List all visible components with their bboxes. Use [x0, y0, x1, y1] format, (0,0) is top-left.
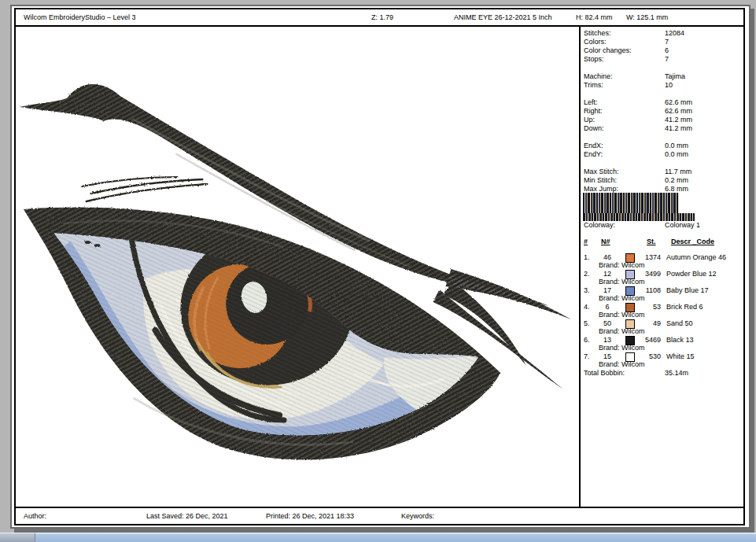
thread-row: 3. 17 1108 Baby Blue 17 Brand: Wilcom: [584, 286, 742, 303]
worksheet-titlebar: Wilcom EmbroideryStudio – Level 3 Z: 1.7…: [16, 9, 743, 27]
thread-description: Sand 50: [666, 319, 693, 327]
author-label: Author:: [24, 512, 46, 520]
stat-row: [584, 159, 742, 168]
stat-label: EndY:: [584, 150, 603, 158]
thread-stitch-count: 1108: [628, 286, 661, 294]
thread-row: 6. 13 5469 Black 13 Brand: Wilcom: [584, 336, 742, 352]
design-name: ANIME EYE 26-12-2021 5 Inch: [454, 13, 552, 21]
stat-row: Right: 62.6 mm: [584, 107, 742, 116]
stat-label: Stitches:: [584, 29, 611, 37]
thread-index: 4.: [584, 303, 590, 311]
design-barcode-row2: [583, 213, 695, 221]
thread-row: 2. 12 3499 Powder Blue 12 Brand: Wilcom: [584, 270, 742, 286]
design-group: [20, 84, 571, 459]
colorway-value: Colorway 1: [665, 221, 700, 229]
stat-row: Color changes: 6: [584, 46, 742, 55]
taskbar-strip[interactable]: [0, 533, 756, 542]
col-header-num: #: [584, 238, 588, 245]
thread-index: 2.: [584, 270, 590, 278]
stat-row: [584, 133, 742, 142]
stat-label: Color changes:: [584, 46, 632, 54]
thread-number: 12: [598, 270, 617, 278]
thread-index: 5.: [584, 319, 590, 327]
worksheet-main: Stitches: 12084 Colors: 7 Color changes:…: [16, 27, 743, 507]
thread-brand: Brand: Wilcom: [599, 294, 645, 302]
thread-number: 13: [598, 336, 617, 344]
col-header-st: St.: [647, 238, 656, 245]
stat-label: Left:: [584, 98, 598, 106]
thread-brand: Brand: Wilcom: [599, 311, 645, 319]
stat-value: 10: [665, 81, 673, 89]
stat-row: Min Stitch: 0.2 mm: [584, 176, 742, 185]
stat-value: 12084: [665, 29, 684, 37]
thread-description: Brick Red 6: [666, 303, 703, 311]
thread-row: 4. 6 53 Brick Red 6 Brand: Wilcom: [584, 303, 742, 319]
stat-label: Right:: [584, 107, 603, 115]
stat-value: 6.8 mm: [665, 185, 688, 193]
thread-number: 15: [598, 352, 617, 360]
thread-description: White 15: [666, 352, 695, 360]
stat-row: Colors: 7: [584, 38, 742, 46]
stat-row: Max Stitch: 11.7 mm: [584, 168, 742, 176]
col-header-descr: Descr _Code: [671, 238, 714, 245]
thread-brand: Brand: Wilcom: [599, 344, 645, 352]
thread-number: 6: [598, 303, 617, 311]
thread-brand: Brand: Wilcom: [599, 261, 645, 269]
stat-value: 0.2 mm: [665, 176, 688, 184]
design-width: W: 125.1 mm: [626, 13, 668, 21]
stat-row: Left: 62.6 mm: [584, 98, 742, 107]
stat-row: Up: 41.2 mm: [584, 116, 742, 124]
stat-value: 11.7 mm: [665, 168, 691, 175]
total-bobbin-value: 35.14m: [665, 369, 688, 377]
screen: { "titlebar": { "app": "Wilcom Embroider…: [0, 0, 756, 542]
col-header-n: N#: [601, 238, 610, 245]
stat-row: [584, 64, 742, 72]
thread-stitch-count: 3499: [628, 270, 661, 278]
taskbar-left-segment[interactable]: [0, 533, 35, 542]
stat-row: Stitches: 12084: [584, 29, 742, 38]
thread-number: 46: [598, 253, 617, 261]
thread-row: 5. 50 49 Sand 50 Brand: Wilcom: [584, 319, 742, 336]
thread-description: Baby Blue 17: [666, 286, 709, 294]
stat-value: Tajima: [665, 72, 685, 80]
stats-list: Stitches: 12084 Colors: 7 Color changes:…: [584, 29, 742, 194]
thread-table-header: # N# St. Descr _Code: [584, 238, 742, 249]
stat-value: 62.6 mm: [665, 98, 692, 106]
worksheet-frame: Wilcom EmbroideryStudio – Level 3 Z: 1.7…: [14, 8, 745, 525]
stat-value: 0.0 mm: [665, 142, 688, 149]
thread-description: Black 13: [666, 336, 694, 344]
stat-row: EndX: 0.0 mm: [584, 142, 742, 150]
stat-value: 41.2 mm: [665, 116, 692, 124]
design-info-panel: Stitches: 12084 Colors: 7 Color changes:…: [579, 27, 743, 507]
thread-index: 3.: [584, 286, 590, 294]
design-height: H: 82.4 mm: [576, 13, 613, 21]
anime-eye-design: [16, 27, 579, 507]
worksheet-footer: Author: Last Saved: 26 Dec, 2021 Printed…: [16, 507, 743, 524]
keywords-label: Keywords:: [401, 512, 434, 520]
embroidery-design-preview: [16, 27, 579, 507]
stat-label: Min Stitch:: [584, 176, 617, 184]
worksheet-page: Wilcom EmbroideryStudio – Level 3 Z: 1.7…: [10, 5, 750, 529]
thread-index: 1.: [584, 253, 590, 261]
thread-description: Powder Blue 12: [666, 270, 717, 278]
colorway-row: Colorway: Colorway 1: [584, 221, 742, 230]
thread-index: 6.: [584, 336, 590, 344]
stat-label: Colors:: [584, 38, 607, 46]
thread-stitch-count: 53: [628, 303, 661, 311]
stat-label: Trims:: [584, 81, 603, 89]
stat-value: 6: [665, 46, 669, 54]
thread-row: 1. 46 1374 Autumn Orange 46 Brand: Wilco…: [584, 253, 742, 270]
stat-value: 7: [665, 55, 669, 63]
thread-stitch-count: 49: [628, 319, 661, 327]
stat-label: Max Jump:: [584, 185, 618, 193]
stat-row: Machine: Tajima: [584, 72, 742, 81]
stat-row: Down: 41.2 mm: [584, 124, 742, 133]
stat-label: Max Stitch:: [584, 168, 619, 175]
total-bobbin-row: Total Bobbin: 35.14m: [584, 369, 742, 378]
last-saved-text: Last Saved: 26 Dec, 2021: [146, 512, 228, 520]
colorway-label: Colorway:: [584, 221, 615, 229]
eyelash-lines: [82, 177, 208, 201]
stat-label: Stops:: [584, 55, 604, 63]
zoom-level: Z: 1.79: [371, 13, 393, 21]
stat-label: Down:: [584, 124, 604, 132]
